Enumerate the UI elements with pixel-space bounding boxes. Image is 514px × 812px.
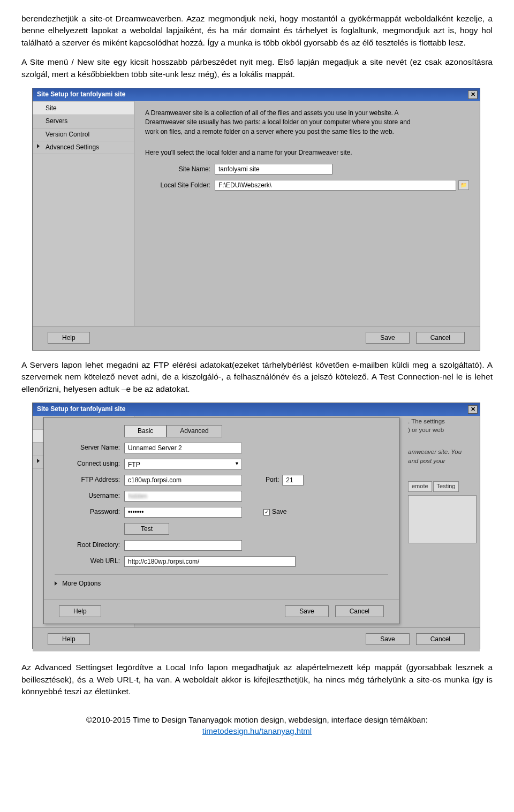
help-button[interactable]: Help bbox=[48, 633, 90, 645]
ftp-address-input[interactable] bbox=[124, 475, 242, 485]
cut-text: Testing bbox=[433, 481, 459, 492]
folder-browse-icon[interactable]: 📁 bbox=[458, 180, 469, 190]
cut-text: and post your bbox=[408, 457, 477, 466]
web-url-input[interactable] bbox=[124, 556, 296, 567]
tab-advanced[interactable]: Advanced bbox=[167, 425, 222, 437]
chevron-right-icon bbox=[55, 581, 57, 586]
inner-footer: Help Save Cancel bbox=[44, 599, 399, 624]
dialog-title: Site Setup for tanfolyami site bbox=[37, 405, 125, 414]
page-footer: ©2010-2015 Time to Design Tananyagok mot… bbox=[21, 714, 493, 738]
info-text-1: A Dreamweaver site is a collection of al… bbox=[145, 109, 424, 136]
sidebar-item-label: Advanced Settings bbox=[46, 143, 99, 151]
checkbox-icon[interactable]: ✓ bbox=[263, 509, 270, 515]
server-settings-panel: Basic Advanced Server Name: Connect usin… bbox=[43, 417, 399, 624]
cut-text: ) or your web bbox=[408, 426, 477, 435]
root-dir-label: Root Directory: bbox=[55, 541, 124, 550]
web-url-label: Web URL: bbox=[55, 557, 124, 566]
site-name-input[interactable] bbox=[215, 164, 332, 174]
paragraph-3: A Servers lapon lehet megadni az FTP elé… bbox=[21, 359, 493, 395]
side-cut-text: . The settings ) or your web amweaver si… bbox=[405, 416, 480, 627]
sidebar-item-advanced[interactable]: Advanced Settings bbox=[33, 141, 134, 154]
chevron-right-icon bbox=[37, 459, 40, 463]
port-label: Port: bbox=[266, 475, 279, 484]
footer-text: ©2010-2015 Time to Design Tananyagok mot… bbox=[86, 715, 428, 724]
tab-basic[interactable]: Basic bbox=[124, 425, 167, 437]
info-text-2: Here you'll select the local folder and … bbox=[145, 148, 424, 157]
titlebar[interactable]: Site Setup for tanfolyami site ✕ bbox=[33, 403, 480, 415]
main-pane: A Dreamweaver site is a collection of al… bbox=[134, 101, 480, 326]
footer-link[interactable]: timetodesign.hu/tananyag.html bbox=[202, 726, 312, 735]
server-name-input[interactable] bbox=[124, 443, 242, 453]
save-button[interactable]: Save bbox=[285, 605, 328, 617]
outer-footer: Help Save Cancel bbox=[33, 627, 480, 651]
password-label: Password: bbox=[55, 507, 124, 517]
folder-label: Local Site Folder: bbox=[145, 181, 215, 190]
connect-using-label: Connect using: bbox=[55, 459, 124, 468]
port-input[interactable] bbox=[282, 475, 304, 485]
cut-text: emote bbox=[408, 481, 432, 492]
connect-using-select[interactable]: FTP bbox=[124, 459, 242, 469]
cut-box bbox=[408, 495, 477, 543]
help-button[interactable]: Help bbox=[59, 605, 101, 617]
sidebar: Site Servers Version Control Advanced Se… bbox=[33, 101, 134, 326]
cut-text: amweaver site. You bbox=[408, 447, 477, 457]
test-button[interactable]: Test bbox=[124, 523, 169, 535]
dialog-title: Site Setup for tanfolyami site bbox=[37, 90, 125, 99]
save-checkbox-label: Save bbox=[272, 507, 286, 517]
paragraph-1: berendezhetjük a site-ot Dreamweaverben.… bbox=[21, 13, 493, 49]
titlebar[interactable]: Site Setup for tanfolyami site ✕ bbox=[33, 88, 480, 101]
save-checkbox-wrap[interactable]: ✓ Save bbox=[263, 507, 286, 517]
more-options[interactable]: More Options bbox=[62, 580, 101, 587]
username-input[interactable] bbox=[124, 491, 242, 502]
folder-input[interactable] bbox=[215, 180, 456, 191]
dialog-footer: Help Save Cancel bbox=[33, 326, 480, 350]
cancel-button[interactable]: Cancel bbox=[416, 633, 465, 645]
save-button[interactable]: Save bbox=[366, 633, 409, 645]
username-label: Username: bbox=[55, 491, 124, 500]
close-icon[interactable]: ✕ bbox=[468, 90, 478, 99]
help-button[interactable]: Help bbox=[48, 332, 90, 344]
sidebar-item-site[interactable]: Site bbox=[33, 102, 134, 115]
site-setup-dialog-2: Site Setup for tanfolyami site ✕ Site Se… bbox=[32, 403, 480, 649]
sidebar-item-version[interactable]: Version Control bbox=[33, 128, 134, 141]
sidebar-item-servers[interactable]: Servers bbox=[33, 115, 134, 128]
site-name-label: Site Name: bbox=[145, 165, 215, 174]
close-icon[interactable]: ✕ bbox=[468, 405, 478, 414]
cancel-button[interactable]: Cancel bbox=[416, 332, 465, 344]
cut-text: . The settings bbox=[408, 417, 477, 426]
root-dir-input[interactable] bbox=[124, 540, 242, 551]
paragraph-4: Az Advanced Settingset legördítve a Loca… bbox=[21, 662, 493, 697]
server-name-label: Server Name: bbox=[55, 443, 124, 452]
main-pane-outer: . The settings ) or your web amweaver si… bbox=[134, 416, 480, 627]
ftp-address-label: FTP Address: bbox=[55, 475, 124, 484]
cancel-button[interactable]: Cancel bbox=[335, 605, 384, 617]
chevron-right-icon bbox=[37, 144, 40, 148]
password-input[interactable] bbox=[124, 507, 242, 518]
save-button[interactable]: Save bbox=[366, 332, 409, 344]
paragraph-2: A Site menü / New site egy kicsit hossza… bbox=[21, 56, 493, 80]
site-setup-dialog-1: Site Setup for tanfolyami site ✕ Site Se… bbox=[32, 88, 480, 350]
tabbar: Basic Advanced bbox=[124, 425, 388, 437]
